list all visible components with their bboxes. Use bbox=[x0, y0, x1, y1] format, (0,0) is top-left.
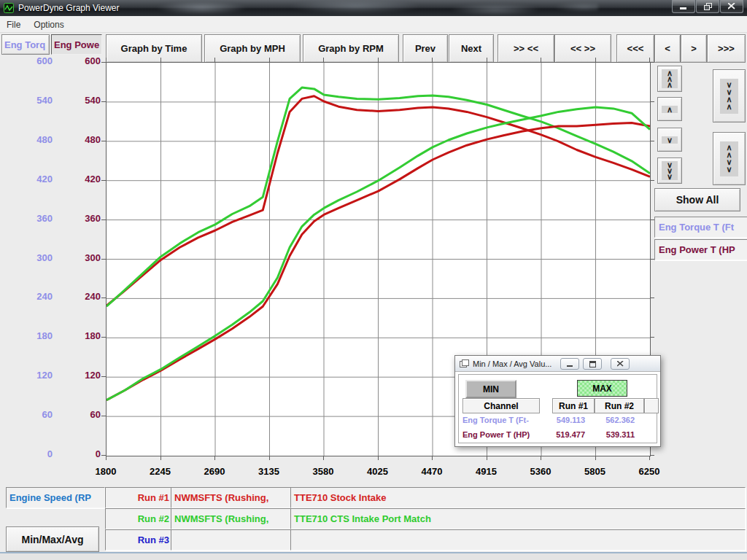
minmax-close-button[interactable] bbox=[611, 358, 630, 370]
rpm-axis-tick-4470: 4470 bbox=[408, 466, 456, 477]
rpm-axis-tick-2245: 2245 bbox=[136, 466, 185, 477]
torque-axis-tick-360: 360 bbox=[1, 213, 53, 224]
tick-top bbox=[649, 58, 650, 62]
tick-left bbox=[101, 259, 106, 260]
chevron-down-icon: ∨ bbox=[726, 166, 732, 174]
minmax-row-run1-value-2: 519.477 bbox=[541, 430, 585, 439]
max-toggle-button[interactable]: MAX bbox=[577, 380, 627, 397]
run-label-box-1: Run #1 bbox=[105, 487, 175, 508]
tick-left bbox=[101, 101, 106, 102]
rpm-axis-tick-2690: 2690 bbox=[190, 466, 239, 477]
prev-button[interactable]: Prev bbox=[403, 34, 448, 63]
tick-top bbox=[595, 58, 596, 62]
scroll-right-button[interactable]: > bbox=[681, 34, 707, 63]
menu-file[interactable]: File bbox=[0, 19, 27, 30]
rpm-axis-tick-3580: 3580 bbox=[299, 466, 347, 477]
tick-bottom bbox=[649, 456, 650, 460]
tick-bottom bbox=[160, 456, 161, 460]
chevron-down-icon: ∨ bbox=[667, 174, 673, 179]
power-axis-tick-540: 540 bbox=[50, 95, 101, 106]
rpm-axis-tick-5805: 5805 bbox=[571, 466, 619, 477]
window-title: PowerDyne Graph Viewer bbox=[18, 3, 120, 13]
torque-axis-tick-600: 600 bbox=[1, 55, 53, 66]
rpm-axis-tick-5360: 5360 bbox=[516, 466, 565, 477]
channel-button-eng-power-label: Eng Powe bbox=[54, 39, 99, 50]
tick-top bbox=[487, 58, 487, 62]
tick-left bbox=[101, 298, 106, 298]
right-channel-power[interactable]: Eng Power T (HP bbox=[654, 239, 747, 260]
tick-bottom bbox=[595, 456, 596, 460]
graph-by-rpm-button[interactable]: Graph by RPM bbox=[303, 34, 399, 63]
run-operator-box-1: NWMSFTS (Rushing, bbox=[171, 487, 293, 508]
channel-button-eng-power[interactable]: Eng Powe bbox=[51, 34, 102, 55]
app-icon bbox=[4, 3, 14, 13]
zoom-in-x-button[interactable]: >> << bbox=[498, 34, 554, 63]
chevron-up-icon: ∧ bbox=[667, 82, 673, 88]
tick-bottom bbox=[106, 456, 107, 460]
window-controls bbox=[671, 0, 743, 13]
torque-axis-tick-0: 0 bbox=[1, 448, 53, 459]
tick-bottom bbox=[432, 456, 433, 460]
tick-bottom bbox=[323, 456, 324, 460]
tick-right bbox=[650, 455, 654, 456]
minmax-window-controls bbox=[557, 358, 630, 370]
scale-up-fast-button[interactable]: ∧∧∧ bbox=[657, 66, 682, 92]
run-description-box-1: TTE710 Stock Intake bbox=[290, 487, 746, 508]
run-operator-box-3 bbox=[171, 529, 293, 551]
min-toggle-button[interactable]: MIN bbox=[465, 380, 516, 398]
rpm-axis-tick-4915: 4915 bbox=[462, 466, 511, 477]
titlebar-glass-decoration bbox=[131, 0, 598, 16]
scale-down-button[interactable]: ∨ bbox=[657, 128, 682, 152]
minmax-minimize-button[interactable] bbox=[560, 358, 579, 370]
chevron-up-icon: ∧ bbox=[726, 104, 732, 111]
torque-axis-tick-540: 540 bbox=[1, 95, 53, 106]
torque-axis-tick-240: 240 bbox=[1, 291, 53, 302]
tick-bottom bbox=[214, 456, 215, 460]
power-axis-tick-60: 60 bbox=[50, 409, 101, 420]
show-all-button[interactable]: Show All bbox=[654, 188, 740, 211]
tick-left bbox=[101, 219, 106, 220]
chevron-up-icon: ∧ bbox=[667, 106, 673, 112]
scale-up-button[interactable]: ∧ bbox=[657, 97, 682, 121]
scale-down-button-icon: ∨ bbox=[662, 136, 678, 144]
scroll-left-button[interactable]: < bbox=[654, 34, 681, 63]
minmax-col-run1: Run #1 bbox=[552, 398, 595, 413]
zoom-in-y-button[interactable]: ∨∨∧∧ bbox=[713, 69, 746, 122]
powerdyne-app: { "window": { "title": "PowerDyne Graph … bbox=[0, 0, 747, 560]
torque-axis-tick-180: 180 bbox=[1, 330, 53, 341]
right-channel-torque[interactable]: Eng Torque T (Ft bbox=[654, 217, 747, 238]
minmax-restore-button[interactable] bbox=[583, 358, 602, 370]
tick-left bbox=[101, 141, 106, 141]
next-button[interactable]: Next bbox=[449, 34, 494, 63]
close-button[interactable] bbox=[720, 0, 743, 13]
zoom-out-x-button[interactable]: << >> bbox=[554, 34, 611, 63]
graph-by-mph-button[interactable]: Graph by MPH bbox=[204, 34, 301, 63]
chevron-down-icon: ∨ bbox=[667, 137, 673, 143]
tick-top bbox=[541, 58, 541, 62]
power-axis-tick-600: 600 bbox=[50, 55, 101, 66]
restore-button[interactable] bbox=[696, 0, 719, 13]
power-axis-tick-0: 0 bbox=[50, 448, 101, 459]
tick-left bbox=[101, 62, 106, 63]
title-bar: PowerDyne Graph Viewer bbox=[0, 0, 747, 16]
zoom-in-y-button-icon: ∨∨∧∧ bbox=[720, 79, 738, 114]
minmax-window: Min / Max / Avg Valu... MIN MAX Channel … bbox=[454, 355, 661, 447]
zoom-out-y-button[interactable]: ∧∧∨∨ bbox=[713, 132, 746, 185]
scroll-right-fast-button[interactable]: >>> bbox=[707, 34, 746, 63]
minmax-window-titlebar[interactable]: Min / Max / Avg Valu... bbox=[455, 356, 660, 372]
tick-bottom bbox=[487, 456, 487, 460]
minmax-col-run2: Run #2 bbox=[595, 398, 644, 413]
menu-options[interactable]: Options bbox=[27, 19, 70, 30]
minmax-row-run2-value-2: 539.311 bbox=[591, 430, 635, 439]
minimize-button[interactable] bbox=[672, 0, 695, 13]
power-axis-tick-480: 480 bbox=[50, 134, 101, 145]
graph-by-time-button[interactable]: Graph by Time bbox=[106, 34, 202, 63]
run-label-box-3: Run #3 bbox=[105, 529, 175, 551]
scale-down-fast-button[interactable]: ∨∨∨ bbox=[657, 158, 682, 184]
run-label-box-2: Run #2 bbox=[105, 508, 175, 529]
channel-button-eng-torque[interactable]: Eng Torq bbox=[1, 34, 50, 55]
tick-top bbox=[269, 58, 270, 62]
channel-button-eng-torque-label: Eng Torq bbox=[4, 39, 45, 50]
rpm-axis-tick-1800: 1800 bbox=[82, 466, 130, 477]
minmaxavg-button[interactable]: Min/Max/Avg bbox=[6, 526, 99, 552]
